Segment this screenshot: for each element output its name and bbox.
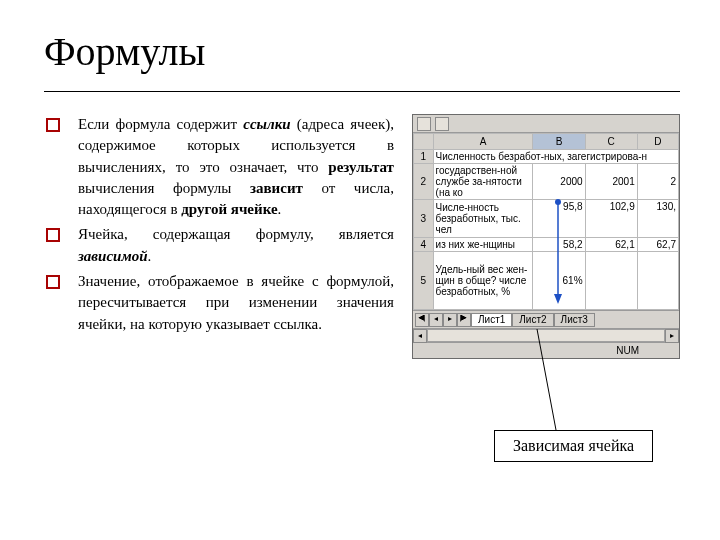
cell: 2000	[533, 164, 585, 200]
sheet-tabs: ⯇ ◂ ▸ ⯈ Лист1 Лист2 Лист3	[413, 310, 679, 328]
sheet-tab: Лист2	[512, 313, 553, 327]
bullet-list: Если формула содержит ссылки (адреса яче…	[44, 114, 394, 335]
tab-nav-next-icon: ▸	[443, 313, 457, 327]
sheet-tab: Лист1	[471, 313, 512, 327]
row-header: 1	[414, 150, 434, 164]
cell	[585, 252, 637, 310]
cell: Числе-нность безработных, тыс. чел	[433, 200, 533, 238]
cell: 102,9	[585, 200, 637, 238]
cell: Удель-ный вес жен-щин в обще? числе безр…	[433, 252, 533, 310]
tab-nav-prev-icon: ◂	[429, 313, 443, 327]
bullet-item: Значение, отображаемое в ячейке с формул…	[44, 271, 394, 335]
slide-title: Формулы	[44, 28, 680, 75]
callout-label: Зависимая ячейка	[494, 430, 653, 462]
scroll-left-icon: ◂	[413, 329, 427, 343]
spreadsheet-grid: A B C D 1 Численность безработ-ных, заге…	[413, 133, 679, 310]
title-divider	[44, 91, 680, 92]
col-header: B	[533, 134, 585, 150]
cell: 62,7	[637, 238, 678, 252]
row-header: 2	[414, 164, 434, 200]
corner-cell	[414, 134, 434, 150]
cell: 130,	[637, 200, 678, 238]
row-header: 4	[414, 238, 434, 252]
cell: из них же-нщины	[433, 238, 533, 252]
bullet-item: Если формула содержит ссылки (адреса яче…	[44, 114, 394, 220]
scrollbar-horizontal: ◂ ▸	[413, 328, 679, 342]
status-bar: NUM	[413, 342, 679, 358]
spreadsheet-screenshot: A B C D 1 Численность безработ-ных, заге…	[412, 114, 680, 359]
cell: Численность безработ-ных, загегистрирова…	[433, 150, 678, 164]
scroll-right-icon: ▸	[665, 329, 679, 343]
cell: 2	[637, 164, 678, 200]
tab-nav-last-icon: ⯈	[457, 313, 471, 327]
cell: 58,2	[533, 238, 585, 252]
cell: 62,1	[585, 238, 637, 252]
sheet-tab: Лист3	[554, 313, 595, 327]
tab-nav-first-icon: ⯇	[415, 313, 429, 327]
cell	[637, 252, 678, 310]
row-header: 5	[414, 252, 434, 310]
col-header: D	[637, 134, 678, 150]
cell: 61%	[533, 252, 585, 310]
bullet-item: Ячейка, содержащая формулу, является зав…	[44, 224, 394, 267]
cell: государствен-ной службе за-нятости (на к…	[433, 164, 533, 200]
toolbar	[413, 115, 679, 133]
toolbar-icon	[417, 117, 431, 131]
col-header: A	[433, 134, 533, 150]
cell: 2001	[585, 164, 637, 200]
cell: 95,8	[533, 200, 585, 238]
toolbar-icon	[435, 117, 449, 131]
row-header: 3	[414, 200, 434, 238]
col-header: C	[585, 134, 637, 150]
